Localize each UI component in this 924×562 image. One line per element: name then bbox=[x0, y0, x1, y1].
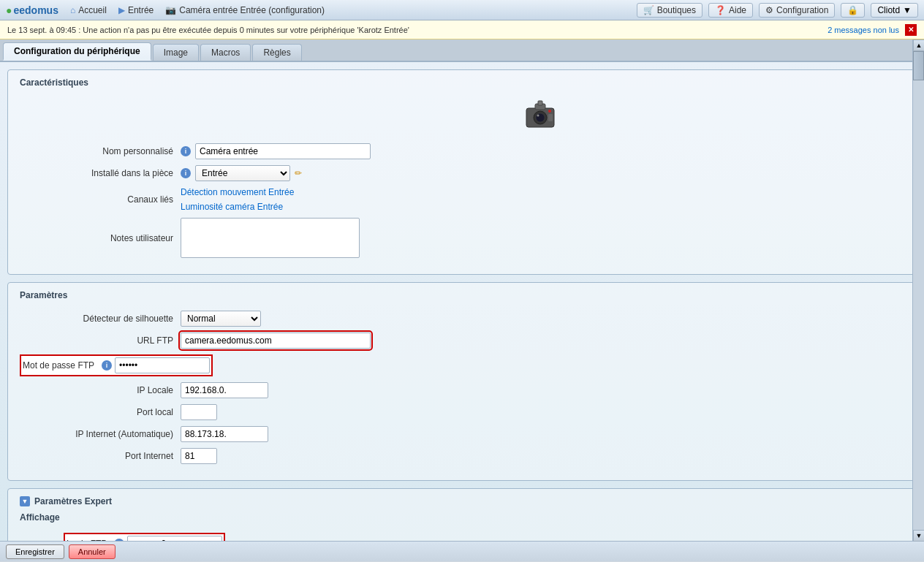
ip-locale-row: IP Locale bbox=[20, 382, 904, 398]
cancel-button[interactable]: Annuler bbox=[69, 544, 116, 559]
notes-control bbox=[181, 218, 360, 258]
silhouette-control: Normal Activé Désactivé bbox=[181, 311, 261, 327]
notification-bar: Le 13 sept. à 09:45 : Une action n'a pas… bbox=[0, 20, 924, 39]
port-local-input[interactable] bbox=[181, 404, 217, 420]
scroll-track bbox=[913, 51, 924, 530]
tab-configuration[interactable]: Configuration du périphérique bbox=[3, 42, 151, 61]
msg-count[interactable]: 2 messages non lus bbox=[828, 26, 899, 34]
logo-dot: ● bbox=[6, 4, 12, 16]
user-name: Cliotd bbox=[877, 5, 900, 15]
port-internet-label: Port Internet bbox=[20, 451, 181, 461]
piece-select[interactable]: Entrée bbox=[195, 165, 290, 181]
nav-camera[interactable]: 📷 Caméra entrée Entrée (configuration) bbox=[165, 5, 325, 15]
piece-info-icon[interactable]: i bbox=[181, 168, 191, 178]
url-ftp-label: URL FTP bbox=[20, 335, 181, 346]
port-local-label: Port local bbox=[20, 407, 181, 417]
main-content: Caractéristiques Nom personnalisé bbox=[0, 62, 924, 541]
notes-textarea[interactable] bbox=[181, 218, 360, 258]
notification-message: Le 13 sept. à 09:45 : Une action n'a pas… bbox=[7, 26, 409, 34]
caracteristiques-section: Caractéristiques Nom personnalisé bbox=[7, 69, 917, 275]
piece-label: Installé dans la pièce bbox=[20, 168, 181, 178]
parametres-title: Paramètres bbox=[20, 290, 904, 303]
silhouette-label: Détecteur de silhouette bbox=[20, 314, 181, 324]
lock-icon-area: 🔒 bbox=[841, 3, 865, 18]
mdp-ftp-info-icon[interactable]: i bbox=[102, 360, 112, 371]
expert-section: ▼ Paramètres Expert Affichage Login FTP … bbox=[7, 488, 917, 541]
port-local-control bbox=[181, 404, 217, 420]
notes-row: Notes utilisateur bbox=[20, 218, 904, 258]
piece-edit-icon[interactable]: ✏ bbox=[295, 168, 302, 178]
home-icon: ⌂ bbox=[70, 5, 75, 15]
login-ftp-label: Login FTP bbox=[67, 539, 111, 541]
login-ftp-highlighted-container: Login FTP i bbox=[64, 533, 225, 541]
port-internet-row: Port Internet bbox=[20, 448, 904, 464]
nom-label: Nom personnalisé bbox=[20, 146, 181, 156]
ip-internet-input[interactable] bbox=[181, 426, 268, 442]
bottombar: Enregistrer Annuler bbox=[0, 541, 924, 561]
port-internet-input[interactable] bbox=[181, 448, 217, 464]
canaux-links: Détection mouvement Entrée Luminosité ca… bbox=[181, 187, 294, 212]
nav-entree[interactable]: ▶ Entrée bbox=[118, 5, 154, 15]
ip-locale-input[interactable] bbox=[181, 382, 268, 398]
logo-text: eedomus bbox=[13, 4, 58, 16]
tab-macros[interactable]: Macros bbox=[200, 44, 251, 61]
gear-icon: ⚙ bbox=[765, 5, 773, 15]
nom-input[interactable] bbox=[195, 143, 371, 159]
aide-button[interactable]: ❓ Aide bbox=[708, 3, 753, 18]
url-ftp-control bbox=[181, 333, 371, 349]
affichage-subsection: Affichage Login FTP i bbox=[20, 512, 904, 541]
topbar: ● eedomus ⌂ Accueil ▶ Entrée 📷 Caméra en… bbox=[0, 0, 924, 20]
toggle-arrow-icon: ▼ bbox=[20, 496, 30, 506]
port-local-row: Port local bbox=[20, 404, 904, 420]
affichage-title: Affichage bbox=[20, 512, 904, 525]
svg-rect-5 bbox=[538, 101, 542, 105]
silhouette-select[interactable]: Normal Activé Désactivé bbox=[181, 311, 261, 327]
scroll-up-button[interactable]: ▲ bbox=[913, 39, 924, 51]
canal1-link[interactable]: Détection mouvement Entrée bbox=[181, 187, 294, 197]
nom-row: Nom personnalisé i bbox=[20, 143, 904, 159]
tab-regles[interactable]: Règles bbox=[252, 44, 301, 61]
canal2-link[interactable]: Luminosité caméra Entrée bbox=[181, 202, 283, 212]
topbar-right: 🛒 Boutiques ❓ Aide ⚙ Configuration 🔒 Cli… bbox=[637, 3, 918, 18]
shop-icon: 🛒 bbox=[643, 5, 654, 15]
nom-control: i bbox=[181, 143, 371, 159]
login-ftp-row: Login FTP i bbox=[20, 533, 904, 541]
user-dropdown-icon: ▼ bbox=[903, 5, 912, 15]
expert-toggle[interactable]: ▼ Paramètres Expert bbox=[20, 496, 904, 506]
mdp-ftp-row: Mot de passe FTP i bbox=[20, 354, 904, 376]
ip-internet-row: IP Internet (Automatique) bbox=[20, 426, 904, 442]
lock-icon: 🔒 bbox=[847, 5, 858, 15]
camera-device-icon bbox=[520, 98, 564, 131]
svg-point-3 bbox=[537, 115, 539, 117]
mdp-ftp-input[interactable] bbox=[115, 357, 210, 373]
notif-close-button[interactable]: ✕ bbox=[905, 24, 917, 36]
ip-internet-label: IP Internet (Automatique) bbox=[20, 429, 181, 439]
svg-rect-7 bbox=[548, 114, 553, 121]
nom-info-icon[interactable]: i bbox=[181, 146, 191, 156]
help-icon: ❓ bbox=[715, 5, 726, 15]
expert-title: Paramètres Expert bbox=[34, 496, 112, 506]
user-menu[interactable]: Cliotd ▼ bbox=[871, 3, 918, 18]
login-ftp-input[interactable] bbox=[127, 536, 222, 541]
camera-nav-icon: 📷 bbox=[165, 5, 176, 15]
boutiques-button[interactable]: 🛒 Boutiques bbox=[637, 3, 703, 18]
login-ftp-info-icon[interactable]: i bbox=[114, 539, 124, 541]
scrollbar: ▲ ▼ bbox=[912, 39, 924, 542]
scroll-down-button[interactable]: ▼ bbox=[913, 530, 924, 542]
ip-locale-control bbox=[181, 382, 268, 398]
parametres-section: Paramètres Détecteur de silhouette Norma… bbox=[7, 282, 917, 481]
app-logo[interactable]: ● eedomus bbox=[6, 4, 58, 16]
port-internet-control bbox=[181, 448, 217, 464]
ip-internet-control bbox=[181, 426, 268, 442]
piece-control: i Entrée ✏ bbox=[181, 165, 302, 181]
notes-label: Notes utilisateur bbox=[20, 233, 181, 243]
save-button[interactable]: Enregistrer bbox=[6, 544, 64, 559]
svg-point-6 bbox=[548, 110, 551, 113]
url-ftp-input[interactable] bbox=[181, 333, 371, 349]
scroll-thumb[interactable] bbox=[913, 51, 924, 80]
piece-row: Installé dans la pièce i Entrée ✏ bbox=[20, 165, 904, 181]
configuration-button[interactable]: ⚙ Configuration bbox=[759, 3, 835, 18]
nav-accueil[interactable]: ⌂ Accueil bbox=[70, 5, 107, 15]
tabs-bar: Configuration du périphérique Image Macr… bbox=[0, 39, 924, 62]
tab-image[interactable]: Image bbox=[153, 44, 199, 61]
